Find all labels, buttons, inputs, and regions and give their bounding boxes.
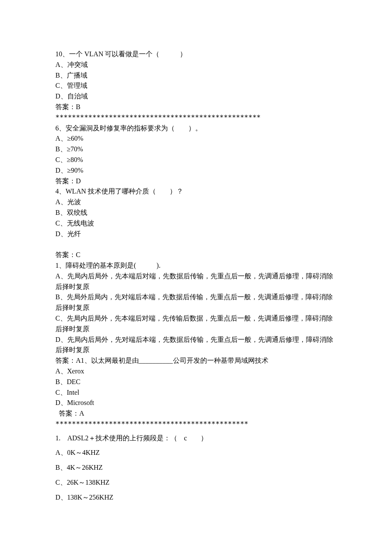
q1c-option-c: C、26K～138KHZ: [55, 477, 337, 488]
q10-option-c: C、管理域: [55, 81, 337, 91]
q10-option-a: A、冲突域: [55, 60, 337, 70]
q6-option-a: A、≥60%: [55, 133, 337, 144]
q1c-option-d: D、138K～256KHZ: [55, 492, 337, 503]
q6-option-d: D、≥90%: [55, 165, 337, 176]
q6-stem: 6、安全漏洞及时修复率的指标要求为（ ）。: [55, 123, 337, 134]
blank-line: [55, 239, 337, 250]
q4-option-a: A、光波: [55, 197, 337, 208]
q1c-option-a: A、0K～4KHZ: [55, 448, 337, 458]
q1a-option-a: A、先局内后局外，先本端后对端，先数据后传输，先重点后一般，先调通后修理，障碍消…: [55, 271, 337, 292]
q1b-option-d: D、Microsoft: [55, 398, 337, 408]
q1a-option-c: C、先局内后局外，先本端后对端，先传输后数据，先重点后一般，先调通后修理，障碍消…: [55, 313, 337, 335]
q6-option-b: B、≥70%: [55, 144, 337, 155]
q4-option-d: D、光纤: [55, 229, 337, 240]
q1a-option-b: B、先局外后局内，先对端后本端，先数据后传输，先重点后一般，先调通后修理，障碍消…: [55, 292, 337, 313]
q4-answer: 答案：C: [55, 250, 337, 260]
document-page: 10、一个 VLAN 可以看做是一个（ ） A、冲突域 B、广播域 C、管理域 …: [0, 0, 392, 555]
separator: ****************************************…: [55, 419, 337, 430]
q1b-option-b: B、DEC: [55, 377, 337, 387]
q1b-answer: 答案：A: [55, 408, 337, 419]
q10-option-b: B、广播域: [55, 70, 337, 81]
q6-answer: 答案：D: [55, 176, 337, 187]
q6-option-c: C、≥80%: [55, 155, 337, 165]
q10-answer: 答案：B: [55, 102, 337, 113]
q4-option-b: B、双绞线: [55, 208, 337, 218]
q4-option-c: C、无线电波: [55, 218, 337, 229]
q1a-stem: 1、障碍处理的基本原则是( ).: [55, 260, 337, 271]
q10-option-d: D、自治域: [55, 91, 337, 102]
q4-stem: 4、WLAN 技术使用了哪种介质（ ）？: [55, 186, 337, 197]
q1b-option-a: A、Xerox: [55, 366, 337, 377]
q1b-option-c: C、Intel: [55, 387, 337, 398]
q1a-option-d: D、先局内后局外，先对端后本端，先数据后传输，先重点后一般，先调通后修理，障碍消…: [55, 335, 337, 356]
q1a-answer-plus-q1b-stem: 答案：A1、以太网最初是由__________公司开发的一种基带局域网技术: [55, 356, 337, 366]
q1c-option-b: B、4K～26KHZ: [55, 462, 337, 473]
separator: ****************************************…: [55, 113, 337, 123]
q1c-stem: 1. ADSL2＋技术使用的上行频段是：（ c ）: [55, 433, 337, 444]
q10-stem: 10、一个 VLAN 可以看做是一个（ ）: [55, 49, 337, 60]
q1c-block: 1. ADSL2＋技术使用的上行频段是：（ c ） A、0K～4KHZ B、4K…: [55, 433, 337, 503]
